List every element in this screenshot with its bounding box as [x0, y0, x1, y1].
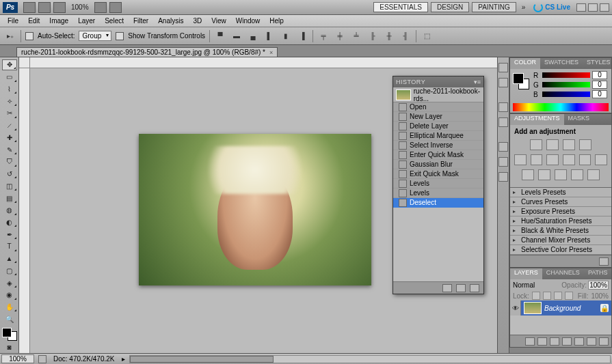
layer-name[interactable]: Background [544, 305, 581, 312]
dock-icon-4[interactable] [498, 117, 508, 127]
blue-value[interactable]: 0 [592, 90, 607, 98]
status-caret-icon[interactable]: ▸ [122, 355, 125, 363]
dock-icon-3[interactable] [498, 102, 508, 112]
history-item[interactable]: Deselect [393, 198, 483, 208]
menu-help[interactable]: Help [265, 17, 289, 25]
type-tool[interactable]: T [2, 241, 17, 252]
status-zoom[interactable]: 100% [1, 354, 34, 363]
layer-style-icon[interactable] [537, 337, 547, 346]
path-select-tool[interactable]: ▲ [2, 253, 17, 264]
black-white-icon[interactable] [563, 154, 575, 165]
adjustment-preset[interactable]: Selective Color Presets [510, 245, 611, 255]
workspace-design[interactable]: DESIGN [431, 2, 469, 12]
auto-select-checkbox[interactable] [25, 32, 34, 40]
layer-group-icon[interactable] [574, 337, 584, 346]
window-restore-icon[interactable] [588, 3, 598, 12]
history-tab[interactable]: HISTORY [396, 79, 425, 85]
distribute-right-icon[interactable]: ╢ [399, 30, 412, 42]
history-item[interactable]: Gaussian Blur [393, 160, 483, 169]
clone-stamp-tool[interactable]: ⛉ [2, 156, 17, 167]
menu-layer[interactable]: Layer [73, 17, 100, 25]
levels-icon[interactable] [546, 139, 559, 150]
document-image[interactable] [139, 134, 371, 285]
invert-icon[interactable] [522, 169, 534, 180]
vibrance-icon[interactable] [514, 154, 527, 165]
history-brush-tool[interactable]: ↺ [2, 169, 17, 180]
create-document-from-state-icon[interactable] [442, 284, 452, 292]
green-slider[interactable]: G0 [533, 81, 607, 88]
quick-mask-toggle[interactable]: ◙ [2, 341, 17, 352]
screen-mode-icon[interactable] [109, 2, 122, 13]
view-extras-icon[interactable] [53, 2, 66, 13]
history-snapshot[interactable]: ruche-2011-lookbook-rds... [393, 87, 483, 102]
menu-filter[interactable]: Filter [129, 17, 153, 25]
tab-color[interactable]: COLOR [510, 58, 540, 69]
hand-tool[interactable]: ✋ [2, 302, 17, 313]
align-hcenter-icon[interactable]: ▮ [280, 30, 292, 42]
distribute-hcenter-icon[interactable]: ╫ [383, 30, 395, 42]
pen-tool[interactable]: ✒ [2, 229, 17, 240]
cslive-button[interactable]: CS Live [529, 1, 574, 14]
align-top-icon[interactable]: ▀ [214, 30, 226, 42]
history-item[interactable]: Levels [393, 188, 483, 198]
tab-paths[interactable]: PATHS [584, 268, 612, 279]
history-panel[interactable]: HISTORY ▾≡ ruche-2011-lookbook-rds... Op… [393, 76, 484, 294]
layer-mask-icon[interactable] [550, 337, 559, 346]
3d-tool[interactable]: ◈ [2, 277, 17, 288]
eraser-tool[interactable]: ◫ [2, 180, 17, 191]
menu-analysis[interactable]: Analysis [153, 17, 188, 25]
foreground-background-swatch[interactable] [2, 328, 17, 341]
gradient-map-icon[interactable] [571, 169, 583, 180]
adjustment-preset[interactable]: Channel Mixer Presets [510, 236, 611, 245]
fill-value[interactable]: 100% [591, 292, 609, 300]
crop-tool[interactable]: ✂ [2, 108, 17, 119]
layer-thumbnail[interactable] [524, 302, 542, 314]
ruler-vertical[interactable] [19, 68, 30, 353]
ruler-origin[interactable] [19, 57, 30, 68]
3d-camera-tool[interactable]: ◉ [2, 290, 17, 300]
lock-pixels-icon[interactable] [543, 292, 551, 300]
green-value[interactable]: 0 [592, 81, 607, 89]
brightness-contrast-icon[interactable] [530, 139, 542, 150]
distribute-bottom-icon[interactable]: ╧ [350, 30, 362, 42]
new-layer-icon[interactable] [587, 337, 596, 346]
show-transform-checkbox[interactable] [116, 32, 124, 40]
dock-icon-1[interactable] [498, 63, 508, 72]
adjustment-layer-icon[interactable] [562, 337, 572, 346]
exposure-icon[interactable] [579, 139, 591, 150]
status-preview-icon[interactable] [38, 355, 46, 363]
eyedropper-tool[interactable]: ⟋ [2, 120, 17, 131]
adjustment-preset[interactable]: Curves Presets [510, 197, 611, 207]
link-layers-icon[interactable] [525, 337, 535, 346]
tab-masks[interactable]: MASKS [564, 114, 594, 125]
color-fg-bg-swatch[interactable] [513, 73, 529, 89]
window-minimize-icon[interactable] [576, 3, 586, 12]
tab-styles[interactable]: STYLES [583, 58, 612, 69]
foreground-color-swatch[interactable] [2, 328, 12, 337]
history-item[interactable]: Levels [393, 179, 483, 188]
workspace-painting[interactable]: PAINTING [472, 2, 516, 12]
photo-filter-icon[interactable] [579, 154, 591, 165]
layer-visibility-icon[interactable]: 👁 [510, 300, 521, 316]
shape-tool[interactable]: ▢ [2, 265, 17, 276]
distribute-left-icon[interactable]: ╟ [367, 30, 379, 42]
ruler-horizontal[interactable] [30, 57, 497, 68]
workspace-overflow-icon[interactable]: » [518, 1, 530, 14]
gradient-tool[interactable]: ▤ [2, 193, 17, 204]
tab-layers[interactable]: LAYERS [510, 268, 542, 279]
horizontal-scrollbar[interactable] [129, 355, 611, 363]
workspace-essentials[interactable]: ESSENTIALS [373, 2, 428, 12]
minibridge-icon[interactable] [38, 2, 51, 13]
blur-tool[interactable]: ◍ [2, 205, 17, 216]
auto-align-icon[interactable]: ⬚ [421, 30, 433, 42]
lasso-tool[interactable]: ⌇ [2, 84, 17, 95]
lock-position-icon[interactable] [554, 292, 562, 300]
blend-mode-dropdown[interactable]: Normal [513, 281, 547, 289]
auto-select-dropdown[interactable]: Group [79, 31, 111, 41]
posterize-icon[interactable] [538, 169, 550, 180]
move-tool-preset-icon[interactable]: ▸₊ [4, 30, 16, 42]
align-left-icon[interactable]: ▌ [263, 30, 276, 42]
color-balance-icon[interactable] [546, 154, 559, 165]
dodge-tool[interactable]: ◐ [2, 217, 17, 228]
history-item[interactable]: Select Inverse [393, 141, 483, 150]
